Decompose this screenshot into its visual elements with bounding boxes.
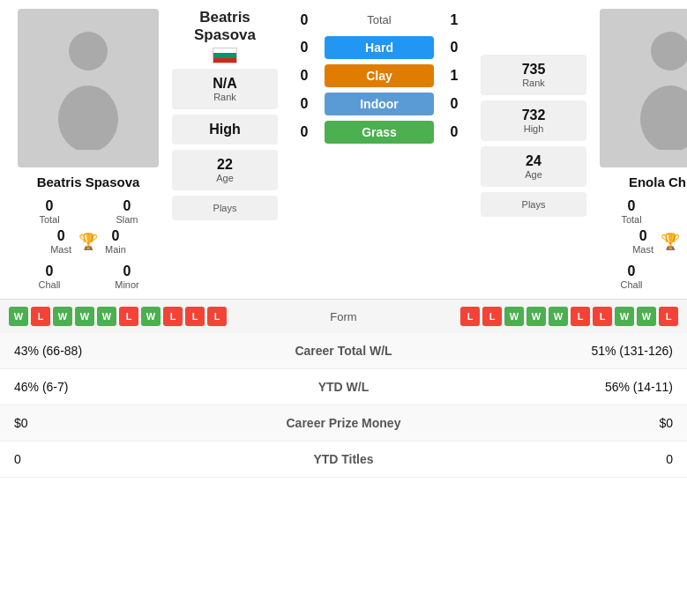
career-prize-right: $0	[446, 405, 687, 442]
player1-main: 0 Main	[105, 228, 126, 255]
player2-total: 0 Total	[600, 198, 663, 225]
player2-card: Enola Chiesa 0 Total 0 Slam 0 Mast 🏆 0 M…	[591, 9, 687, 290]
ytd-titles-row: 0 YTD Titles 0	[0, 442, 687, 478]
career-prize-left: $0	[0, 405, 241, 442]
form-badge-right: W	[549, 307, 568, 326]
svg-point-2	[651, 32, 687, 71]
player1-stats: 0 Total 0 Slam	[9, 198, 168, 225]
form-badge-left: W	[75, 307, 94, 326]
svg-point-1	[58, 85, 118, 150]
svg-point-3	[640, 85, 687, 150]
score-hard-row: 0 Hard 0	[291, 36, 467, 59]
player2-stats: 0 Total 0 Slam	[591, 198, 687, 225]
career-total-row: 43% (66-88) Career Total W/L 51% (131-12…	[0, 333, 687, 369]
form-badge-left: L	[207, 307, 227, 326]
player1-total: 0 Total	[18, 198, 81, 225]
player2-chall: 0 Chall	[600, 263, 663, 290]
form-badge-left: W	[53, 307, 72, 326]
scores-panel: 0 Total 1 0 Hard 0 0 Clay 1 0 Indoor 0 0…	[282, 9, 476, 290]
form-badge-left: L	[163, 307, 183, 326]
svg-point-0	[69, 32, 108, 71]
player2-slam: 0 Slam	[677, 198, 687, 225]
player1-minor: 0 Minor	[95, 263, 159, 290]
form-label: Form	[291, 310, 397, 323]
player2-stats2: 0 Chall 0 Minor	[591, 263, 687, 290]
form-badge-right: W	[637, 307, 656, 326]
career-total-left: 43% (66-88)	[0, 333, 241, 369]
form-badge-left: L	[185, 307, 205, 326]
form-badge-right: W	[526, 307, 546, 326]
trophy-icon-right: 🏆	[661, 232, 680, 251]
form-section: WLWWWLWLLL Form LLWWWLLWWL	[0, 299, 687, 333]
player2-rank-box: 735 Rank	[481, 55, 586, 95]
player1-name: Beatris Spasova	[37, 174, 140, 189]
form-badge-left: L	[119, 307, 138, 326]
player1-avatar	[18, 9, 159, 167]
ytd-wl-left: 46% (6-7)	[0, 369, 241, 405]
player1-flag	[213, 48, 237, 63]
trophy-icon-left: 🏆	[78, 232, 98, 251]
form-badge-left: L	[31, 307, 50, 326]
player1-info-panel: Beatris Spasova N/A Rank High 22 Age Pla…	[168, 9, 282, 290]
player2-name: Enola Chiesa	[629, 174, 687, 189]
career-total-label: Career Total W/L	[241, 333, 447, 369]
form-badge-left: W	[97, 307, 116, 326]
form-badge-left: W	[9, 307, 28, 326]
ytd-titles-right: 0	[446, 442, 687, 478]
top-section: Beatris Spasova 0 Total 0 Slam 0 Mast 🏆 …	[0, 0, 687, 299]
player2-mast: 0 Mast	[632, 228, 653, 255]
stats-table: 43% (66-88) Career Total W/L 51% (131-12…	[0, 333, 687, 478]
form-badge-right: W	[504, 307, 524, 326]
form-badge-right: L	[482, 307, 502, 326]
form-badge-right: L	[460, 307, 480, 326]
player1-chall: 0 Chall	[18, 263, 81, 290]
form-badge-right: L	[659, 307, 678, 326]
player1-mast: 0 Mast	[50, 228, 71, 255]
score-clay-row: 0 Clay 1	[291, 64, 467, 87]
form-badge-right: L	[593, 307, 612, 326]
career-prize-label: Career Prize Money	[241, 405, 447, 442]
form-badges-right: LLWWWLLWWL	[397, 307, 679, 326]
player2-info-panel: 735 Rank 732 High 24 Age Plays	[476, 9, 591, 290]
player2-plays-box: Plays	[481, 192, 586, 217]
player2-trophy-row: 0 Mast 🏆 0 Main	[632, 228, 687, 255]
player1-high-box: High	[172, 115, 278, 145]
ytd-titles-left: 0	[0, 442, 241, 478]
ytd-titles-label: YTD Titles	[241, 442, 447, 478]
career-prize-row: $0 Career Prize Money $0	[0, 405, 687, 442]
form-badge-left: W	[141, 307, 161, 326]
form-badge-right: L	[571, 307, 590, 326]
player1-slam: 0 Slam	[95, 198, 159, 225]
player2-high-box: 732 High	[481, 100, 586, 141]
player1-trophy-row: 0 Mast 🏆 0 Main	[50, 228, 126, 255]
player1-age-box: 22 Age	[172, 150, 278, 190]
form-badges-left: WLWWWLWLLL	[9, 307, 291, 326]
ytd-wl-row: 46% (6-7) YTD W/L 56% (14-11)	[0, 369, 687, 405]
career-total-right: 51% (131-126)	[446, 333, 687, 369]
ytd-wl-label: YTD W/L	[241, 369, 447, 405]
player2-avatar	[600, 9, 687, 167]
player2-minor: 0 Minor	[677, 263, 687, 290]
player1-rank-box: N/A Rank	[172, 69, 278, 109]
player1-stats2: 0 Chall 0 Minor	[9, 263, 168, 290]
player2-age-box: 24 Age	[481, 146, 586, 187]
score-grass-row: 0 Grass 0	[291, 121, 467, 144]
player1-name-center: Beatris Spasova	[172, 9, 278, 44]
ytd-wl-right: 56% (14-11)	[446, 369, 687, 405]
score-indoor-row: 0 Indoor 0	[291, 93, 467, 115]
player1-plays-box: Plays	[172, 196, 278, 220]
player1-card: Beatris Spasova 0 Total 0 Slam 0 Mast 🏆 …	[9, 9, 168, 290]
form-badge-right: W	[615, 307, 634, 326]
score-total-row: 0 Total 1	[291, 9, 467, 31]
